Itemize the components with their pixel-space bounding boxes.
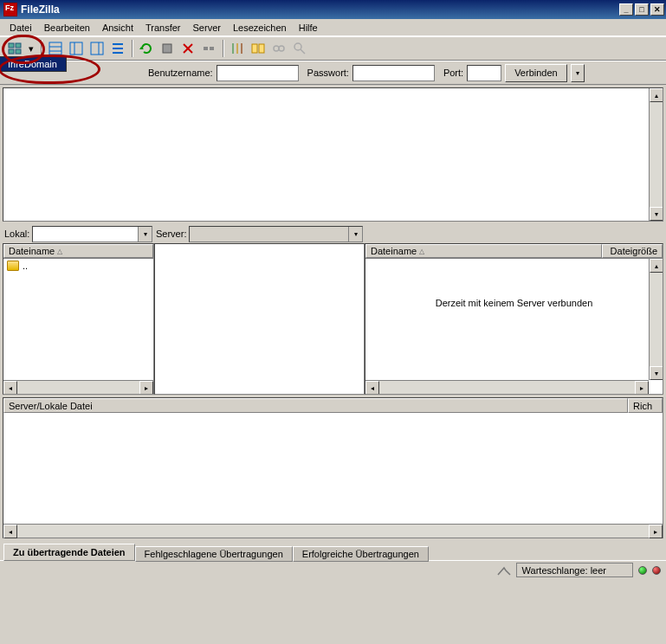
sort-ascending-icon: △ bbox=[57, 248, 62, 255]
menu-bookmarks[interactable]: Lesezeichen bbox=[227, 21, 293, 35]
tab-pending-transfers[interactable]: Zu übertragende Dateien bbox=[3, 544, 135, 561]
site-dropdown-item[interactable]: IhreDomain bbox=[0, 56, 67, 72]
scroll-down-icon[interactable]: ▾ bbox=[650, 366, 663, 380]
server-tree[interactable] bbox=[155, 244, 364, 394]
svg-line-28 bbox=[301, 49, 305, 54]
toolbar-separator bbox=[223, 40, 223, 57]
parent-directory-item[interactable]: .. bbox=[3, 259, 153, 273]
menu-bar: Datei Bearbeiten Ansicht Transfer Server… bbox=[0, 19, 666, 36]
port-input[interactable] bbox=[467, 65, 501, 81]
svg-rect-19 bbox=[210, 47, 214, 50]
local-path-combo[interactable]: ▾ bbox=[32, 226, 152, 242]
local-path-label: Lokal: bbox=[4, 229, 29, 239]
filter-button[interactable] bbox=[228, 39, 247, 58]
svg-rect-21 bbox=[236, 43, 238, 54]
menu-view[interactable]: Ansicht bbox=[96, 21, 139, 35]
scroll-right-icon[interactable]: ▸ bbox=[139, 381, 153, 394]
toggle-queue-button[interactable] bbox=[108, 39, 127, 58]
chevron-down-icon[interactable]: ▾ bbox=[138, 227, 152, 242]
svg-rect-0 bbox=[9, 43, 14, 48]
folder-icon bbox=[7, 261, 19, 271]
remote-filename-header[interactable]: Dateiname △ bbox=[365, 244, 602, 258]
quickconnect-bar: Benutzername: Passwort: Port: Verbinden … bbox=[0, 61, 666, 85]
menu-help[interactable]: Hilfe bbox=[293, 21, 324, 35]
queue-server-header[interactable]: Server/Lokale Datei bbox=[3, 398, 628, 413]
password-input[interactable] bbox=[352, 65, 435, 81]
close-button[interactable]: ✕ bbox=[650, 3, 664, 16]
queue-direction-header[interactable]: Rich bbox=[628, 398, 663, 413]
local-filename-header[interactable]: Dateiname △ bbox=[3, 244, 153, 258]
queue-hscrollbar[interactable]: ◂ ▸ bbox=[3, 524, 663, 538]
menu-file[interactable]: Datei bbox=[3, 21, 38, 35]
window-title: FileZilla bbox=[21, 3, 618, 16]
local-pane: Lokal: ▾ Dateiname △ .. ◂ ▸ bbox=[3, 224, 154, 395]
local-hscrollbar[interactable]: ◂ ▸ bbox=[3, 380, 153, 394]
remote-size-header[interactable]: Dateigröße bbox=[602, 244, 663, 258]
search-button[interactable] bbox=[290, 39, 309, 58]
remote-vscrollbar[interactable]: ▴ ▾ bbox=[649, 259, 663, 380]
menu-edit[interactable]: Bearbeiten bbox=[38, 21, 96, 35]
username-input[interactable] bbox=[217, 65, 299, 81]
sync-browse-button[interactable] bbox=[269, 39, 288, 58]
tab-failed-transfers[interactable]: Fehlgeschlagene Übertragungen bbox=[135, 546, 293, 562]
not-connected-message: Derzeit mit keinem Server verbunden bbox=[365, 259, 663, 308]
scroll-left-icon[interactable]: ◂ bbox=[365, 381, 379, 394]
process-queue-button[interactable] bbox=[158, 39, 177, 58]
remote-file-list[interactable]: Derzeit mit keinem Server verbunden ◂ ▸ … bbox=[365, 259, 663, 394]
server-tree-pane: Server: ▾ bbox=[154, 224, 365, 395]
svg-rect-1 bbox=[16, 43, 21, 48]
scroll-right-icon[interactable]: ▸ bbox=[635, 381, 649, 394]
connect-button[interactable]: Verbinden bbox=[505, 64, 567, 82]
menu-server[interactable]: Server bbox=[187, 21, 227, 35]
scroll-down-icon[interactable]: ▾ bbox=[650, 207, 663, 221]
site-manager-button[interactable]: IhreDomain bbox=[5, 39, 24, 58]
sort-ascending-icon: △ bbox=[419, 248, 424, 255]
message-log-panel: ▴ ▾ bbox=[3, 87, 663, 222]
app-logo-icon bbox=[3, 3, 17, 16]
scroll-right-icon[interactable]: ▸ bbox=[649, 525, 663, 538]
minimize-button[interactable]: _ bbox=[619, 3, 633, 16]
svg-rect-4 bbox=[49, 42, 61, 55]
username-label: Benutzername: bbox=[148, 68, 213, 78]
svg-rect-2 bbox=[9, 49, 14, 54]
chevron-down-icon[interactable]: ▾ bbox=[348, 227, 362, 242]
svg-rect-7 bbox=[70, 42, 82, 55]
scroll-up-icon[interactable]: ▴ bbox=[650, 88, 663, 102]
server-path-combo[interactable]: ▾ bbox=[189, 226, 363, 242]
cancel-button[interactable] bbox=[178, 39, 197, 58]
scroll-up-icon[interactable]: ▴ bbox=[650, 259, 663, 273]
toggle-log-button[interactable] bbox=[46, 39, 65, 58]
maximize-button[interactable]: □ bbox=[635, 3, 649, 16]
main-toolbar: IhreDomain ▾ bbox=[0, 36, 666, 61]
site-manager-dropdown-icon[interactable]: ▾ bbox=[26, 39, 36, 58]
svg-rect-9 bbox=[91, 42, 103, 55]
local-file-list[interactable]: .. ◂ ▸ bbox=[3, 259, 153, 394]
svg-point-26 bbox=[279, 46, 284, 51]
svg-rect-23 bbox=[252, 44, 257, 53]
toggle-remote-tree-button[interactable] bbox=[87, 39, 107, 58]
svg-rect-24 bbox=[259, 44, 264, 53]
status-bar: Warteschlange: leer bbox=[0, 560, 666, 579]
toolbar-separator bbox=[41, 40, 42, 57]
remote-hscrollbar[interactable]: ◂ ▸ bbox=[365, 380, 649, 394]
speed-limit-icon[interactable] bbox=[497, 564, 511, 576]
svg-rect-3 bbox=[16, 49, 21, 54]
file-panes: Lokal: ▾ Dateiname △ .. ◂ ▸ bbox=[0, 224, 666, 395]
menu-transfer[interactable]: Transfer bbox=[139, 21, 187, 35]
scroll-left-icon[interactable]: ◂ bbox=[3, 525, 17, 538]
toggle-local-tree-button[interactable] bbox=[67, 39, 86, 58]
connect-history-dropdown[interactable]: ▾ bbox=[571, 64, 585, 82]
queue-list[interactable]: ◂ ▸ bbox=[3, 413, 663, 538]
scroll-left-icon[interactable]: ◂ bbox=[3, 381, 17, 394]
compare-button[interactable] bbox=[249, 39, 268, 58]
tab-successful-transfers[interactable]: Erfolgreiche Übertragungen bbox=[293, 546, 429, 562]
refresh-button[interactable] bbox=[137, 39, 156, 58]
transfer-queue-panel: Server/Lokale Datei Rich ◂ ▸ bbox=[3, 397, 663, 538]
queue-tabstrip: Zu übertragende Dateien Fehlgeschlagene … bbox=[0, 541, 666, 560]
disconnect-button[interactable] bbox=[199, 39, 218, 58]
log-scrollbar[interactable]: ▴ ▾ bbox=[649, 88, 663, 221]
activity-led-receive-icon bbox=[638, 566, 647, 575]
title-bar: FileZilla _ □ ✕ bbox=[0, 0, 666, 19]
svg-rect-20 bbox=[232, 43, 234, 54]
toolbar-separator bbox=[132, 40, 133, 57]
